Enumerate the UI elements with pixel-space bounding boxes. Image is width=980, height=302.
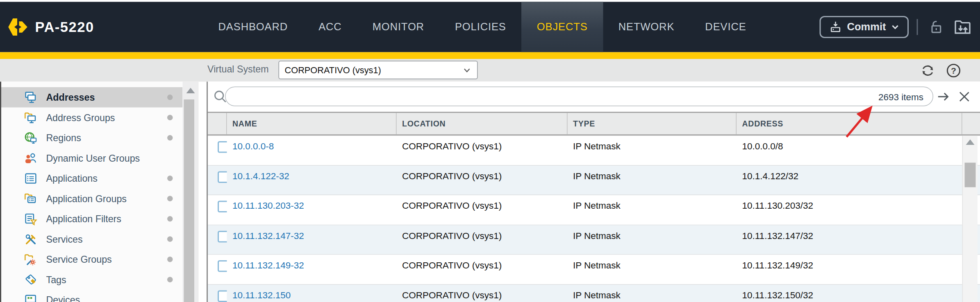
- status-dot: [167, 196, 173, 202]
- address-object-link[interactable]: 10.11.132.150: [232, 289, 291, 300]
- brand: PA-5220: [0, 2, 191, 52]
- addresses-icon: [24, 90, 38, 104]
- sidebar-item[interactable]: Regions: [0, 128, 183, 148]
- sidebar-item[interactable]: Service Groups: [0, 249, 183, 270]
- items-count-badge: 2693 items: [878, 91, 933, 102]
- nav-tab[interactable]: OBJECTS: [521, 2, 603, 52]
- status-dot: [167, 135, 173, 141]
- service-groups-icon: [24, 252, 38, 266]
- cell-address: 10.0.0.0/8: [737, 136, 962, 165]
- pan-os-app: PA-5220 DASHBOARD ACC MONITOR POLICIES O…: [0, 0, 980, 302]
- sidebar-item[interactable]: Services: [0, 229, 183, 250]
- sidebar-scrollbar[interactable]: [183, 82, 199, 302]
- cell-type: IP Netmask: [568, 255, 737, 284]
- apply-filter-arrow-icon[interactable]: [937, 90, 951, 104]
- services-icon: [24, 232, 38, 246]
- table-scroll-up-arrow-icon[interactable]: [966, 140, 975, 145]
- cell-type: IP Netmask: [568, 195, 737, 224]
- palo-alto-logo: [7, 17, 29, 37]
- status-dot: [167, 237, 173, 242]
- nav-tab[interactable]: MONITOR: [357, 2, 439, 52]
- help-icon[interactable]: ?: [946, 62, 962, 78]
- status-dot: [167, 115, 173, 121]
- sidebar-item[interactable]: Addresses: [0, 87, 183, 108]
- sidebar-scrollbar-thumb[interactable]: [184, 99, 195, 302]
- table-row: 10.11.132.150 CORPORATIVO (vsys1) IP Net…: [208, 284, 980, 302]
- table-scrollbar[interactable]: [962, 136, 978, 302]
- svg-text:?: ?: [951, 65, 956, 75]
- cell-type: IP Netmask: [568, 225, 737, 254]
- cell-type: IP Netmask: [568, 284, 737, 302]
- virtual-system-select[interactable]: CORPORATIVO (vsys1): [279, 61, 478, 79]
- table-row: 10.11.130.203-32 CORPORATIVO (vsys1) IP …: [208, 195, 980, 225]
- config-sync-icon[interactable]: [953, 17, 973, 37]
- cell-location: CORPORATIVO (vsys1): [397, 195, 568, 224]
- cell-location: CORPORATIVO (vsys1): [397, 136, 568, 165]
- sidebar-item[interactable]: Dynamic User Groups: [0, 148, 183, 169]
- scroll-up-arrow-icon[interactable]: [186, 88, 195, 94]
- header-divider: [917, 19, 918, 35]
- status-dot: [167, 176, 173, 181]
- row-checkbox[interactable]: [218, 290, 227, 302]
- status-dot: [167, 95, 173, 100]
- nav-tab[interactable]: POLICIES: [439, 2, 521, 52]
- regions-icon: [24, 131, 38, 144]
- refresh-icon[interactable]: [920, 62, 936, 78]
- column-header-location[interactable]: LOCATION: [397, 113, 568, 135]
- sidebar-item[interactable]: Application Groups: [0, 189, 183, 209]
- address-object-link[interactable]: 10.11.132.149-32: [232, 260, 304, 270]
- virtual-system-label: Virtual System: [207, 64, 268, 75]
- sidebar-item[interactable]: Devices: [0, 290, 183, 302]
- commit-icon: [829, 20, 842, 34]
- nav-tab[interactable]: ACC: [303, 2, 357, 52]
- virtual-system-value: CORPORATIVO (vsys1): [285, 65, 381, 75]
- unlock-icon[interactable]: [926, 18, 944, 36]
- sidebar-item[interactable]: Tags: [0, 270, 183, 290]
- status-dot: [167, 216, 173, 222]
- row-checkbox[interactable]: [218, 230, 227, 242]
- address-object-link[interactable]: 10.1.4.122-32: [232, 170, 289, 181]
- application-groups-icon: [24, 192, 38, 205]
- tags-icon: [24, 273, 38, 286]
- row-checkbox[interactable]: [218, 260, 227, 272]
- table-row: 10.0.0.0-8 CORPORATIVO (vsys1) IP Netmas…: [208, 136, 980, 166]
- cell-address: 10.11.132.147/32: [737, 225, 962, 254]
- select-all-column-header: [208, 113, 227, 135]
- main-nav: DASHBOARD ACC MONITOR POLICIES OBJECTS N…: [203, 2, 762, 52]
- devices-icon: [24, 293, 38, 302]
- nav-tab[interactable]: NETWORK: [603, 2, 690, 52]
- column-header-name[interactable]: NAME: [227, 113, 397, 135]
- table-header-row: NAME LOCATION TYPE ADDRESS: [208, 112, 980, 136]
- table-scrollbar-thumb[interactable]: [965, 163, 976, 187]
- header-actions: Commit: [819, 2, 973, 52]
- cell-location: CORPORATIVO (vsys1): [397, 284, 568, 302]
- commit-button[interactable]: Commit: [819, 16, 909, 38]
- search-input[interactable]: 2693 items: [225, 87, 933, 106]
- nav-tab[interactable]: DEVICE: [690, 2, 762, 52]
- column-header-address[interactable]: ADDRESS: [737, 113, 962, 135]
- nav-tab[interactable]: DASHBOARD: [203, 2, 303, 52]
- search-bar: 2693 items: [208, 82, 980, 112]
- clear-filter-close-icon[interactable]: [957, 90, 972, 104]
- content: 2693 items NAME LOCATION TYPE ADDRESS: [208, 82, 980, 302]
- row-checkbox[interactable]: [218, 171, 227, 183]
- cell-type: IP Netmask: [568, 136, 737, 165]
- sidebar-item[interactable]: Address Groups: [0, 108, 183, 128]
- cell-address: 10.11.132.150/32: [737, 284, 962, 302]
- row-checkbox[interactable]: [218, 201, 227, 213]
- cell-address: 10.1.4.122/32: [737, 165, 962, 194]
- address-groups-icon: [24, 111, 38, 124]
- sidebar-list: Addresses Address Groups Regions: [0, 82, 183, 302]
- cell-location: CORPORATIVO (vsys1): [397, 165, 568, 194]
- table-row: 10.1.4.122-32 CORPORATIVO (vsys1) IP Net…: [208, 165, 980, 195]
- row-checkbox[interactable]: [218, 141, 227, 153]
- sidebar-item[interactable]: Application Filters: [0, 209, 183, 229]
- address-object-link[interactable]: 10.11.130.203-32: [232, 200, 304, 211]
- column-header-type[interactable]: TYPE: [568, 113, 737, 135]
- address-object-link[interactable]: 10.11.132.147-32: [232, 230, 304, 241]
- address-object-link[interactable]: 10.0.0.0-8: [232, 141, 274, 151]
- status-dot: [167, 277, 173, 283]
- dynamic-user-groups-icon: [24, 151, 38, 165]
- addresses-table: NAME LOCATION TYPE ADDRESS 10.0.0.0-8 CO…: [208, 112, 980, 302]
- sidebar-item[interactable]: Applications: [0, 168, 183, 189]
